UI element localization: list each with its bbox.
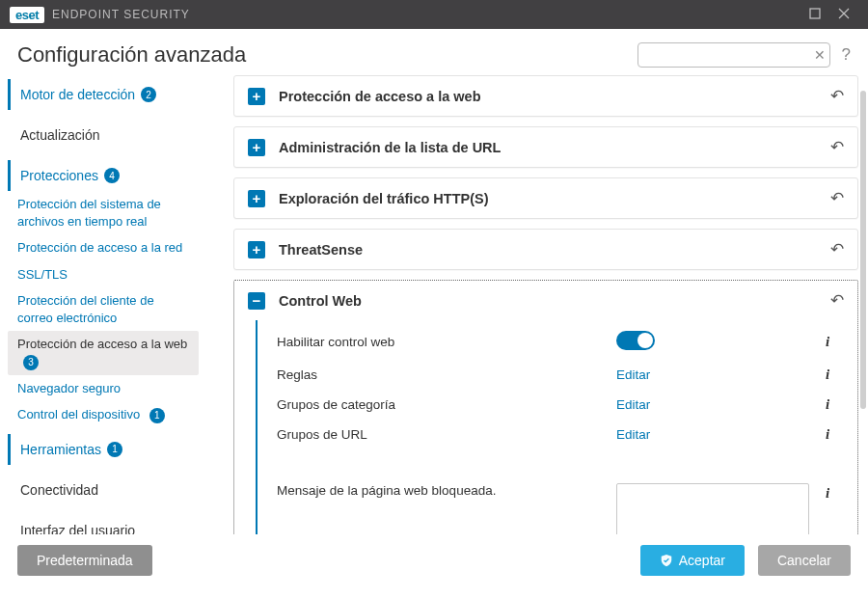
- accept-button[interactable]: Aceptar: [640, 545, 745, 576]
- row-category-groups: Grupos de categoría Editar i: [258, 390, 844, 420]
- sidebar-sub-label: Navegador seguro: [17, 381, 121, 395]
- row-blocked-page-message: Mensaje de la página web bloqueada. i: [258, 476, 844, 534]
- sidebar-item-label: Conectividad: [20, 482, 98, 498]
- info-icon[interactable]: i: [819, 485, 836, 502]
- panel-header[interactable]: + Exploración del tráfico HTTP(S) ↶: [234, 178, 857, 218]
- panel-url-list-admin: + Administración de la lista de URL ↶: [233, 126, 858, 168]
- brand-logo: eset: [10, 7, 44, 23]
- panel-title: Protección de acceso a la web: [279, 89, 830, 104]
- link-edit-rules[interactable]: Editar: [616, 367, 650, 382]
- shield-check-icon: [660, 554, 673, 567]
- sidebar-item-label: Protecciones: [20, 168, 98, 183]
- expand-icon: +: [248, 190, 265, 207]
- sidebar-sub-device-control[interactable]: Control del dispositivo 1: [8, 401, 199, 428]
- undo-icon[interactable]: ↶: [830, 86, 844, 106]
- main-content: + Protección de acceso a la web ↶ + Admi…: [204, 75, 868, 534]
- accept-button-label: Aceptar: [679, 553, 725, 568]
- cancel-button[interactable]: Cancelar: [758, 545, 851, 576]
- row-enable-web-control: Habilitar control web i: [258, 324, 844, 360]
- badge: 1: [149, 408, 165, 423]
- row-rules: Reglas Editar i: [258, 360, 844, 390]
- page-title: Configuración avanzada: [17, 42, 246, 68]
- search-box[interactable]: ✕: [637, 42, 830, 68]
- sidebar-sub-realtime-file[interactable]: Protección del sistema de archivos en ti…: [8, 191, 199, 234]
- sidebar: Motor de detección 2 Actualización Prote…: [8, 75, 204, 534]
- textarea-blocked-message[interactable]: [616, 483, 809, 534]
- panel-header[interactable]: + Protección de acceso a la web ↶: [234, 76, 857, 116]
- panel-web-access-protection: + Protección de acceso a la web ↶: [233, 75, 858, 117]
- badge: 2: [141, 87, 156, 102]
- collapse-icon: −: [248, 292, 265, 310]
- default-button[interactable]: Predeterminada: [17, 545, 152, 576]
- sidebar-sub-web-access[interactable]: Protección de acceso a la web 3: [8, 331, 199, 374]
- panel-title: ThreatSense: [279, 242, 830, 258]
- search-input[interactable]: [644, 48, 814, 63]
- sidebar-sub-label: Control del dispositivo: [17, 407, 140, 421]
- help-icon[interactable]: ?: [842, 45, 851, 65]
- sidebar-sub-label: SSL/TLS: [17, 267, 68, 282]
- undo-icon[interactable]: ↶: [830, 137, 844, 157]
- sidebar-item-label: Actualización: [20, 127, 100, 143]
- row-label: Grupos de categoría: [277, 397, 616, 412]
- app-name: ENDPOINT SECURITY: [52, 8, 190, 21]
- panel-threatsense: + ThreatSense ↶: [233, 229, 858, 270]
- row-label: Habilitar control web: [277, 335, 616, 349]
- titlebar: eset ENDPOINT SECURITY: [0, 0, 868, 29]
- window-maximize-icon[interactable]: [800, 7, 829, 22]
- sidebar-sub-safe-browser[interactable]: Navegador seguro: [8, 375, 199, 402]
- sidebar-sub-label: Protección de acceso a la red: [17, 240, 182, 255]
- sidebar-item-tools[interactable]: Herramientas 1: [8, 434, 199, 465]
- sidebar-item-label: Motor de detección: [20, 87, 135, 102]
- undo-icon[interactable]: ↶: [830, 239, 844, 259]
- scrollbar-thumb[interactable]: [860, 91, 866, 409]
- sidebar-item-protections[interactable]: Protecciones 4: [8, 160, 199, 191]
- sidebar-item-label: Interfaz del usuario: [20, 523, 135, 534]
- toggle-enable-web-control[interactable]: [616, 331, 655, 350]
- undo-icon[interactable]: ↶: [830, 290, 844, 311]
- panel-title: Exploración del tráfico HTTP(S): [279, 191, 830, 206]
- panel-header[interactable]: + Administración de la lista de URL ↶: [234, 127, 857, 167]
- sidebar-item-label: Herramientas: [20, 442, 101, 457]
- sidebar-sub-email-client[interactable]: Protección del cliente de correo electró…: [8, 287, 199, 331]
- panel-title: Administración de la lista de URL: [279, 140, 830, 155]
- row-label: Mensaje de la página web bloqueada.: [277, 483, 616, 498]
- info-icon[interactable]: i: [819, 426, 836, 443]
- sidebar-item-connectivity[interactable]: Conectividad: [8, 475, 199, 505]
- sidebar-sub-network-access[interactable]: Protección de acceso a la red: [8, 234, 199, 261]
- panel-title: Control Web: [279, 293, 830, 309]
- badge: 1: [107, 442, 122, 457]
- expand-icon: +: [248, 88, 265, 105]
- info-icon[interactable]: i: [819, 396, 836, 413]
- search-clear-icon[interactable]: ✕: [814, 48, 826, 62]
- info-icon[interactable]: i: [819, 367, 836, 383]
- panel-web-control: − Control Web ↶ Habilitar control web i …: [233, 280, 858, 534]
- sidebar-item-detection-engine[interactable]: Motor de detección 2: [8, 79, 199, 110]
- panel-header[interactable]: − Control Web ↶: [234, 281, 857, 320]
- link-edit-category-groups[interactable]: Editar: [616, 397, 650, 412]
- sidebar-sub-label: Protección de acceso a la web: [17, 337, 187, 351]
- expand-icon: +: [248, 139, 265, 156]
- row-label: Grupos de URL: [277, 427, 616, 442]
- sidebar-sub-label: Protección del cliente de correo electró…: [17, 293, 154, 325]
- info-icon[interactable]: i: [819, 334, 836, 350]
- row-url-groups: Grupos de URL Editar i: [258, 420, 844, 449]
- sidebar-sub-label: Protección del sistema de archivos en ti…: [17, 197, 161, 229]
- link-edit-url-groups[interactable]: Editar: [616, 427, 650, 442]
- undo-icon[interactable]: ↶: [830, 188, 844, 208]
- badge: 4: [104, 168, 120, 183]
- sidebar-item-update[interactable]: Actualización: [8, 120, 199, 150]
- panel-body: Habilitar control web i Reglas Editar i …: [256, 320, 844, 534]
- panel-header[interactable]: + ThreatSense ↶: [234, 230, 857, 269]
- window-close-icon[interactable]: [829, 7, 858, 22]
- panel-http-traffic-scan: + Exploración del tráfico HTTP(S) ↶: [233, 177, 858, 219]
- header-row: Configuración avanzada ✕ ?: [0, 29, 868, 75]
- row-label: Reglas: [277, 367, 616, 382]
- footer: Predeterminada Aceptar Cancelar: [0, 534, 868, 586]
- svg-rect-0: [810, 9, 820, 18]
- scrollbar[interactable]: [860, 91, 866, 544]
- sidebar-item-ui[interactable]: Interfaz del usuario: [8, 515, 199, 534]
- badge: 3: [23, 355, 39, 370]
- sidebar-sub-ssl-tls[interactable]: SSL/TLS: [8, 261, 199, 288]
- expand-icon: +: [248, 241, 265, 258]
